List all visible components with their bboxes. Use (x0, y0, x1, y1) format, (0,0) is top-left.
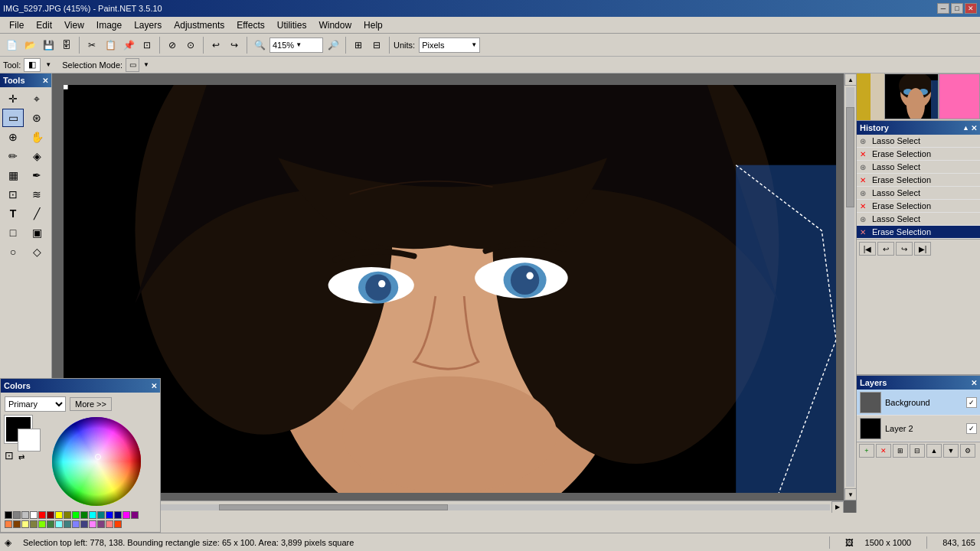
zoom-arrow[interactable]: ▼ (296, 41, 302, 48)
h-scrollbar[interactable]: ◀ ▶ (52, 500, 844, 513)
new-button[interactable]: 📄 (3, 37, 20, 54)
open-button[interactable]: 📂 (21, 37, 38, 54)
history-item-7[interactable]: ✕ Erase Selection (857, 226, 980, 239)
menu-utilities[interactable]: Utilities (271, 18, 313, 32)
swatch-darkpurple[interactable] (97, 520, 105, 528)
history-scroll-up[interactable]: ▲ (962, 124, 969, 132)
history-last-button[interactable]: ▶| (914, 242, 931, 256)
swatch-chartreuse[interactable] (38, 520, 46, 528)
layer-up-button[interactable]: ▲ (926, 444, 942, 458)
zoom-in-button[interactable]: 🔎 (325, 37, 341, 54)
save-button[interactable]: 💾 (40, 37, 57, 54)
copy-button[interactable]: 📋 (102, 37, 119, 54)
tool-rectangle[interactable]: □ (2, 223, 24, 242)
color-wheel-container[interactable] (51, 416, 142, 507)
redo-button[interactable]: ↪ (226, 37, 243, 54)
swatch-lightblue[interactable] (72, 520, 80, 528)
layer-duplicate-button[interactable]: ⊞ (893, 444, 908, 458)
current-tool-icon[interactable]: ◧ (24, 58, 41, 72)
layer-item-background[interactable]: Background ✓ (857, 390, 980, 416)
menu-window[interactable]: Window (312, 18, 358, 32)
layer-properties-button[interactable]: ⚙ (960, 444, 975, 458)
zoom-out-button[interactable]: 🔍 (251, 37, 268, 54)
tool-lasso[interactable]: ⊛ (26, 109, 47, 127)
tool-pencil[interactable]: ✏ (2, 147, 24, 165)
swatch-maroon[interactable] (47, 511, 54, 519)
swatch-lime[interactable] (72, 511, 80, 519)
history-item-2[interactable]: ⊛ Lasso Select (857, 161, 980, 174)
menu-help[interactable]: Help (358, 18, 389, 32)
layer-delete-button[interactable]: ✕ (876, 444, 891, 458)
tool-magnify[interactable]: ⊕ (2, 128, 24, 146)
menu-edit[interactable]: Edit (30, 18, 58, 32)
menu-adjustments[interactable]: Adjustments (168, 18, 230, 32)
menu-layers[interactable]: Layers (128, 18, 168, 32)
scroll-up-button[interactable]: ▲ (844, 73, 856, 86)
swatch-lightmagenta[interactable] (89, 520, 96, 528)
tool-dropdown-arrow[interactable]: ▼ (45, 61, 51, 68)
crop-button[interactable]: ⊡ (139, 37, 155, 54)
deselect-button[interactable]: ⊘ (164, 37, 181, 54)
units-arrow[interactable]: ▼ (471, 41, 477, 48)
menu-file[interactable]: File (3, 18, 30, 32)
close-button[interactable]: ✕ (965, 3, 977, 14)
minimize-button[interactable]: ─ (937, 3, 949, 14)
undo-button[interactable]: ↩ (207, 37, 224, 54)
tool-paint-bucket[interactable]: ◈ (26, 147, 47, 165)
v-scrollbar[interactable]: ▲ ▼ (844, 73, 856, 500)
invert-select-button[interactable]: ⊙ (182, 37, 199, 54)
canvas-area[interactable]: ◀ ▶ ▲ ▼ (52, 73, 856, 513)
maximize-button[interactable]: □ (951, 3, 963, 14)
swatch-lightsalmon[interactable] (106, 520, 113, 528)
tool-paintbrush[interactable]: ✒ (26, 166, 47, 184)
layer-vis-2[interactable]: ✓ (966, 423, 977, 434)
tool-rounded-rect[interactable]: ▣ (26, 223, 47, 242)
swatch-blue[interactable] (106, 511, 113, 519)
tool-gradient[interactable]: ▦ (2, 166, 24, 184)
history-item-3[interactable]: ✕ Erase Selection (857, 174, 980, 187)
tool-recolor[interactable]: ≋ (26, 185, 47, 204)
history-item-0[interactable]: ⊛ Lasso Select (857, 135, 980, 148)
swatch-red[interactable] (38, 511, 46, 519)
primary-secondary-select[interactable]: Primary Secondary (5, 396, 66, 412)
tool-pan[interactable]: ✋ (26, 128, 47, 146)
swatch-olive[interactable] (64, 511, 71, 519)
layers-close-button[interactable]: ✕ (971, 379, 977, 387)
layer-down-button[interactable]: ▼ (943, 444, 959, 458)
swatch-navy[interactable] (114, 511, 122, 519)
reset-colors-button[interactable]: ⊡ (5, 449, 14, 461)
swatch-silver[interactable] (21, 511, 29, 519)
swatch-lightcyan[interactable] (55, 520, 63, 528)
units-select[interactable]: Pixels ▼ (419, 37, 480, 53)
swatch-brown[interactable] (13, 520, 21, 528)
swatch-purple[interactable] (131, 511, 139, 519)
tool-text[interactable]: T (2, 204, 24, 223)
layer-item-2[interactable]: Layer 2 ✓ (857, 416, 980, 442)
swatch-lightyellow[interactable] (21, 520, 29, 528)
secondary-color-box[interactable] (18, 429, 40, 451)
layer-merge-button[interactable]: ⊟ (910, 444, 925, 458)
save-all-button[interactable]: 🗄 (58, 37, 75, 54)
scroll-down-button[interactable]: ▼ (844, 488, 856, 500)
more-button[interactable]: More >> (70, 397, 112, 411)
swatch-darkcyan[interactable] (64, 520, 71, 528)
swatch-black[interactable] (5, 511, 12, 519)
h-scroll-track[interactable] (66, 504, 830, 510)
swatch-green[interactable] (80, 511, 88, 519)
history-first-button[interactable]: |◀ (859, 242, 876, 256)
thumbnail-pink[interactable] (939, 73, 980, 119)
swatch-orange[interactable] (5, 520, 12, 528)
thumbnail-face[interactable] (884, 73, 939, 119)
h-scroll-thumb[interactable] (219, 504, 448, 510)
swatch-cyan[interactable] (89, 511, 96, 519)
layer-vis-background[interactable]: ✓ (966, 397, 977, 408)
tool-ellipse[interactable]: ○ (2, 243, 24, 261)
paste-button[interactable]: 📌 (120, 37, 137, 54)
zoom-box[interactable]: 415% ▼ (270, 37, 323, 53)
history-close-button[interactable]: ✕ (971, 124, 977, 132)
swap-colors-button[interactable]: ⇄ (18, 453, 24, 461)
swatch-yellow[interactable] (55, 511, 63, 519)
swatch-orangered[interactable] (114, 520, 122, 528)
history-item-4[interactable]: ⊛ Lasso Select (857, 187, 980, 200)
history-back-button[interactable]: ↩ (877, 242, 894, 256)
